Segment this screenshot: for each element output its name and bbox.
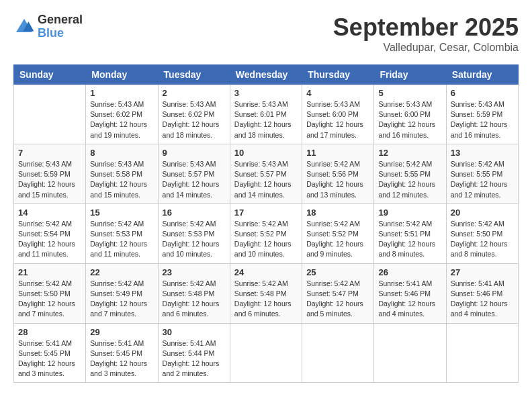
- header-day-sunday: Sunday: [14, 65, 86, 85]
- calendar-cell: 18Sunrise: 5:42 AM Sunset: 5:52 PM Dayli…: [302, 203, 374, 263]
- day-number: 24: [234, 267, 298, 277]
- day-number: 23: [163, 267, 226, 277]
- calendar-cell: 4Sunrise: 5:43 AM Sunset: 6:00 PM Daylig…: [302, 85, 374, 144]
- week-row-4: 21Sunrise: 5:42 AM Sunset: 5:50 PM Dayli…: [14, 263, 519, 323]
- week-row-5: 28Sunrise: 5:41 AM Sunset: 5:45 PM Dayli…: [14, 323, 519, 383]
- calendar-cell: 3Sunrise: 5:43 AM Sunset: 6:01 PM Daylig…: [230, 85, 302, 144]
- logo-icon: [13, 16, 35, 38]
- day-number: 25: [306, 267, 369, 277]
- day-info: Sunrise: 5:42 AM Sunset: 5:48 PM Dayligh…: [163, 279, 226, 320]
- day-info: Sunrise: 5:43 AM Sunset: 6:00 PM Dayligh…: [378, 99, 441, 140]
- logo: General Blue: [13, 13, 83, 40]
- day-info: Sunrise: 5:42 AM Sunset: 5:52 PM Dayligh…: [306, 219, 369, 260]
- calendar-cell: 19Sunrise: 5:42 AM Sunset: 5:51 PM Dayli…: [374, 203, 446, 263]
- day-info: Sunrise: 5:42 AM Sunset: 5:55 PM Dayligh…: [378, 159, 441, 200]
- calendar-cell: 2Sunrise: 5:43 AM Sunset: 6:02 PM Daylig…: [158, 85, 230, 144]
- page-header: General Blue September 2025 Valledupar, …: [13, 13, 519, 54]
- day-info: Sunrise: 5:43 AM Sunset: 5:57 PM Dayligh…: [163, 159, 226, 200]
- day-number: 17: [234, 208, 298, 218]
- calendar-cell: 13Sunrise: 5:42 AM Sunset: 5:55 PM Dayli…: [446, 144, 518, 203]
- day-number: 3: [234, 88, 298, 98]
- calendar-cell: 6Sunrise: 5:43 AM Sunset: 5:59 PM Daylig…: [446, 85, 518, 144]
- calendar-cell: 7Sunrise: 5:43 AM Sunset: 5:59 PM Daylig…: [14, 144, 86, 203]
- calendar-cell: 14Sunrise: 5:42 AM Sunset: 5:54 PM Dayli…: [14, 203, 86, 263]
- calendar-cell: 29Sunrise: 5:41 AM Sunset: 5:45 PM Dayli…: [86, 323, 158, 383]
- day-number: 18: [306, 208, 369, 218]
- calendar-cell: [374, 323, 446, 383]
- day-info: Sunrise: 5:43 AM Sunset: 5:59 PM Dayligh…: [451, 99, 514, 140]
- day-number: 16: [163, 208, 226, 218]
- day-info: Sunrise: 5:43 AM Sunset: 6:00 PM Dayligh…: [306, 99, 369, 140]
- day-info: Sunrise: 5:43 AM Sunset: 6:02 PM Dayligh…: [163, 99, 226, 140]
- day-number: 7: [18, 148, 81, 158]
- calendar-cell: 10Sunrise: 5:43 AM Sunset: 5:57 PM Dayli…: [230, 144, 302, 203]
- calendar-cell: 21Sunrise: 5:42 AM Sunset: 5:50 PM Dayli…: [14, 263, 86, 323]
- day-info: Sunrise: 5:41 AM Sunset: 5:45 PM Dayligh…: [18, 338, 81, 379]
- week-row-3: 14Sunrise: 5:42 AM Sunset: 5:54 PM Dayli…: [14, 203, 519, 263]
- day-info: Sunrise: 5:42 AM Sunset: 5:54 PM Dayligh…: [18, 219, 81, 260]
- day-info: Sunrise: 5:43 AM Sunset: 5:59 PM Dayligh…: [18, 159, 81, 200]
- day-number: 28: [18, 327, 81, 337]
- calendar-cell: 27Sunrise: 5:41 AM Sunset: 5:46 PM Dayli…: [446, 263, 518, 323]
- calendar-cell: 8Sunrise: 5:43 AM Sunset: 5:58 PM Daylig…: [86, 144, 158, 203]
- day-info: Sunrise: 5:42 AM Sunset: 5:53 PM Dayligh…: [163, 219, 226, 260]
- calendar-header: SundayMondayTuesdayWednesdayThursdayFrid…: [14, 65, 519, 85]
- day-info: Sunrise: 5:41 AM Sunset: 5:46 PM Dayligh…: [451, 279, 514, 320]
- calendar-cell: 9Sunrise: 5:43 AM Sunset: 5:57 PM Daylig…: [158, 144, 230, 203]
- calendar-cell: 12Sunrise: 5:42 AM Sunset: 5:55 PM Dayli…: [374, 144, 446, 203]
- calendar-body: 1Sunrise: 5:43 AM Sunset: 6:02 PM Daylig…: [14, 85, 519, 383]
- calendar-cell: 30Sunrise: 5:41 AM Sunset: 5:44 PM Dayli…: [158, 323, 230, 383]
- calendar-cell: 15Sunrise: 5:42 AM Sunset: 5:53 PM Dayli…: [86, 203, 158, 263]
- day-number: 29: [90, 327, 153, 337]
- calendar-cell: 24Sunrise: 5:42 AM Sunset: 5:48 PM Dayli…: [230, 263, 302, 323]
- calendar-cell: 23Sunrise: 5:42 AM Sunset: 5:48 PM Dayli…: [158, 263, 230, 323]
- day-number: 13: [451, 148, 514, 158]
- day-info: Sunrise: 5:41 AM Sunset: 5:44 PM Dayligh…: [163, 338, 226, 379]
- logo-line2: Blue: [38, 27, 83, 40]
- calendar-cell: 28Sunrise: 5:41 AM Sunset: 5:45 PM Dayli…: [14, 323, 86, 383]
- day-info: Sunrise: 5:43 AM Sunset: 6:02 PM Dayligh…: [90, 99, 153, 140]
- header-day-friday: Friday: [374, 65, 446, 85]
- calendar-cell: 17Sunrise: 5:42 AM Sunset: 5:52 PM Dayli…: [230, 203, 302, 263]
- calendar-cell: 22Sunrise: 5:42 AM Sunset: 5:49 PM Dayli…: [86, 263, 158, 323]
- calendar-cell: [14, 85, 86, 144]
- day-info: Sunrise: 5:41 AM Sunset: 5:45 PM Dayligh…: [90, 338, 153, 379]
- calendar-cell: 1Sunrise: 5:43 AM Sunset: 6:02 PM Daylig…: [86, 85, 158, 144]
- header-day-saturday: Saturday: [446, 65, 518, 85]
- logo-text: General Blue: [38, 13, 83, 40]
- day-number: 11: [306, 148, 369, 158]
- header-day-wednesday: Wednesday: [230, 65, 302, 85]
- day-info: Sunrise: 5:42 AM Sunset: 5:49 PM Dayligh…: [90, 279, 153, 320]
- day-number: 9: [163, 148, 226, 158]
- day-number: 6: [451, 88, 514, 98]
- day-number: 5: [378, 88, 441, 98]
- header-day-monday: Monday: [86, 65, 158, 85]
- day-info: Sunrise: 5:42 AM Sunset: 5:51 PM Dayligh…: [378, 219, 441, 260]
- day-info: Sunrise: 5:42 AM Sunset: 5:50 PM Dayligh…: [451, 219, 514, 260]
- day-number: 30: [163, 327, 226, 337]
- day-info: Sunrise: 5:43 AM Sunset: 6:01 PM Dayligh…: [234, 99, 298, 140]
- day-number: 2: [163, 88, 226, 98]
- header-day-tuesday: Tuesday: [158, 65, 230, 85]
- week-row-1: 1Sunrise: 5:43 AM Sunset: 6:02 PM Daylig…: [14, 85, 519, 144]
- day-number: 10: [234, 148, 298, 158]
- day-number: 12: [378, 148, 441, 158]
- calendar-cell: 26Sunrise: 5:41 AM Sunset: 5:46 PM Dayli…: [374, 263, 446, 323]
- day-number: 14: [18, 208, 81, 218]
- calendar-cell: [230, 323, 302, 383]
- header-row: SundayMondayTuesdayWednesdayThursdayFrid…: [14, 65, 519, 85]
- day-info: Sunrise: 5:42 AM Sunset: 5:56 PM Dayligh…: [306, 159, 369, 200]
- location: Valledupar, Cesar, Colombia: [333, 42, 519, 54]
- day-info: Sunrise: 5:42 AM Sunset: 5:52 PM Dayligh…: [234, 219, 298, 260]
- day-number: 26: [378, 267, 441, 277]
- day-info: Sunrise: 5:42 AM Sunset: 5:50 PM Dayligh…: [18, 279, 81, 320]
- day-number: 1: [90, 88, 153, 98]
- calendar-cell: [446, 323, 518, 383]
- day-number: 21: [18, 267, 81, 277]
- logo-line1: General: [38, 13, 83, 27]
- day-info: Sunrise: 5:41 AM Sunset: 5:46 PM Dayligh…: [378, 279, 441, 320]
- calendar-cell: 5Sunrise: 5:43 AM Sunset: 6:00 PM Daylig…: [374, 85, 446, 144]
- day-info: Sunrise: 5:42 AM Sunset: 5:48 PM Dayligh…: [234, 279, 298, 320]
- day-number: 8: [90, 148, 153, 158]
- day-info: Sunrise: 5:43 AM Sunset: 5:58 PM Dayligh…: [90, 159, 153, 200]
